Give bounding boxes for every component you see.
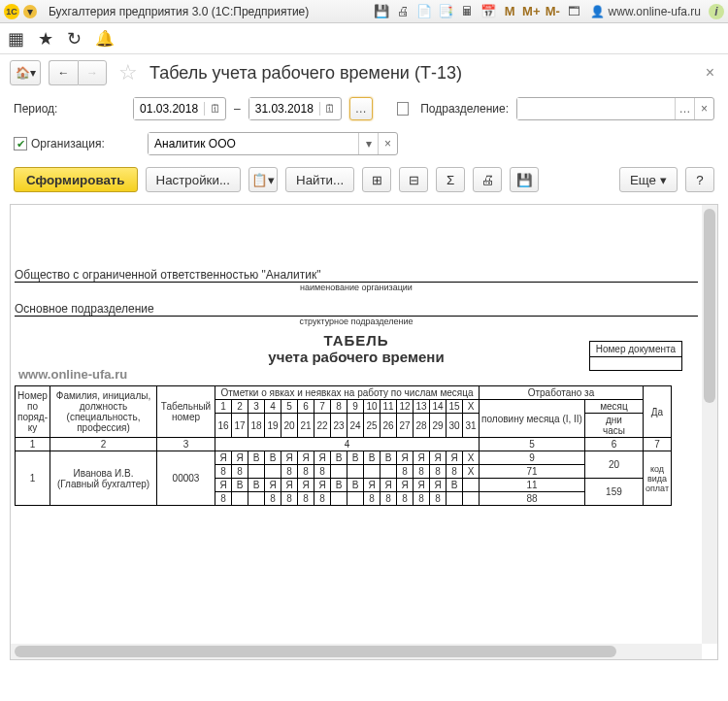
windows-icon[interactable]: 🗔 [565, 3, 582, 20]
date-to-field[interactable]: 🗓 [248, 97, 342, 120]
generate-button[interactable]: Сформировать [14, 167, 138, 192]
vertical-scrollbar[interactable] [702, 205, 717, 644]
expand-groups-button[interactable]: ⊞ [362, 167, 391, 192]
ellipsis-icon[interactable]: … [675, 98, 694, 119]
org-input[interactable] [149, 133, 358, 154]
compare-icon[interactable]: 📑 [437, 3, 454, 20]
notifications-icon[interactable]: 🔔 [95, 29, 115, 48]
more-button[interactable]: Еще ▾ [619, 167, 678, 192]
save-doc-button[interactable]: 💾 [510, 167, 539, 192]
forward-button[interactable]: → [78, 60, 107, 85]
memory-mminus-button[interactable]: М- [544, 3, 561, 20]
division-input[interactable] [517, 98, 675, 119]
page-header: 🏠▾ ← → ☆ Табель учета рабочего времени (… [0, 54, 728, 91]
date-to-input[interactable] [249, 98, 319, 119]
date-from-input[interactable] [134, 98, 204, 119]
doc-number-box: Номер документа [589, 341, 682, 371]
star-icon[interactable]: ☆ [118, 60, 138, 85]
date-dash: – [234, 102, 241, 116]
period-label: Период: [14, 102, 125, 116]
org-checkbox[interactable]: ✔ [14, 137, 27, 150]
print-icon[interactable]: 🖨 [394, 3, 412, 20]
page-title: Табель учета рабочего времени (Т-13) [149, 63, 462, 83]
period-row: Период: 🗓 – 🗓 … Подразделение: … × [0, 91, 728, 126]
division-checkbox[interactable] [397, 102, 410, 116]
close-button[interactable]: × [702, 60, 718, 85]
save-icon[interactable]: 💾 [373, 3, 390, 20]
dropdown-icon[interactable]: ▾ [358, 133, 378, 154]
timesheet-table: Номер по поряд-ку Фамилия, инициалы, дол… [15, 385, 672, 506]
division-label: Подразделение: [420, 102, 509, 116]
org-label: Организация: [31, 137, 105, 150]
preview-icon[interactable]: 📄 [415, 3, 433, 20]
user-label[interactable]: 👤 www.online-ufa.ru [590, 5, 701, 18]
calendar-icon[interactable]: 🗓 [319, 102, 341, 116]
app-title: Бухгалтерия предприятия 3.0 (1С:Предприя… [49, 5, 309, 18]
calendar-icon[interactable]: 🗓 [204, 102, 225, 116]
favorites-icon[interactable]: ★ [38, 28, 53, 50]
titlebar: 1C ▾ Бухгалтерия предприятия 3.0 (1С:Пре… [0, 0, 728, 23]
quick-access-bar: ▦ ★ ↻ 🔔 [0, 23, 728, 54]
memory-mplus-button[interactable]: М+ [522, 3, 540, 20]
app-logo-icon: 1C [4, 4, 19, 19]
settings-button[interactable]: Настройки... [146, 167, 241, 192]
sum-button[interactable]: Σ [436, 167, 465, 192]
paste-button[interactable]: 📋▾ [248, 167, 278, 192]
division-name: Основное подразделение [15, 300, 698, 317]
home-button[interactable]: 🏠▾ [10, 60, 41, 85]
back-button[interactable]: ← [49, 60, 78, 85]
org-field[interactable]: ▾ × [148, 132, 398, 155]
division-caption: структурное подразделение [15, 317, 698, 326]
horizontal-scrollbar[interactable] [11, 644, 702, 659]
help-button[interactable]: ? [685, 167, 714, 192]
period-picker-button[interactable]: … [349, 97, 373, 120]
report-viewport: Общество с ограниченной ответственностью… [10, 204, 718, 660]
table-row: 1 Иванова И.В. (Главный бухгалтер) 00003… [16, 451, 672, 465]
memory-m-button[interactable]: М [501, 3, 518, 20]
clear-icon[interactable]: × [694, 98, 713, 119]
org-caption: наименование организации [15, 283, 698, 292]
info-icon[interactable]: i [709, 4, 724, 19]
app-menu-dropdown-icon[interactable]: ▾ [23, 5, 37, 18]
history-icon[interactable]: ↻ [67, 28, 82, 50]
report-document: Общество с ограниченной ответственностью… [11, 205, 702, 644]
date-from-field[interactable]: 🗓 [133, 97, 226, 120]
division-field[interactable]: … × [516, 97, 714, 120]
print-button[interactable]: 🖨 [473, 167, 502, 192]
calendar-icon[interactable]: 📅 [480, 3, 497, 20]
collapse-groups-button[interactable]: ⊟ [399, 167, 428, 192]
find-button[interactable]: Найти... [285, 167, 354, 192]
org-row: ✔ Организация: ▾ × [0, 126, 728, 161]
toolbar: Сформировать Настройки... 📋▾ Найти... ⊞ … [0, 161, 728, 198]
calculator-icon[interactable]: 🖩 [458, 3, 476, 20]
clear-icon[interactable]: × [378, 133, 397, 154]
apps-icon[interactable]: ▦ [8, 28, 24, 50]
org-full-name: Общество с ограниченной ответственностью… [15, 266, 698, 283]
